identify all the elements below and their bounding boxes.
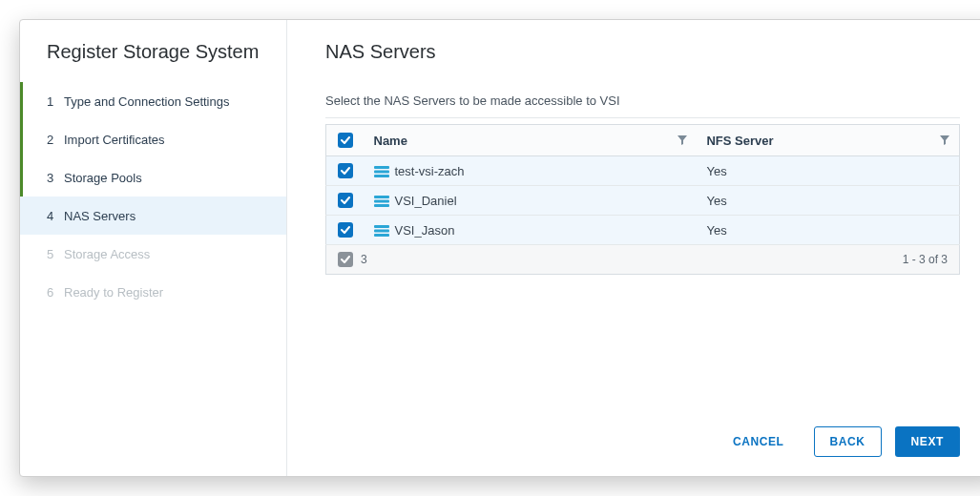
step-label: Ready to Register — [64, 285, 163, 300]
wizard-step-1[interactable]: 1Type and Connection Settings — [20, 82, 286, 120]
column-label-nfs: NFS Server — [706, 134, 773, 148]
table-row[interactable]: VSI_JasonYes — [326, 216, 960, 245]
page-title: NAS Servers — [325, 41, 960, 63]
wizard-steps: 1Type and Connection Settings2Import Cer… — [20, 82, 286, 311]
nas-server-icon — [374, 196, 389, 207]
step-label: Import Certificates — [64, 133, 164, 147]
step-label: NAS Servers — [64, 209, 136, 223]
filter-icon[interactable] — [678, 135, 687, 145]
wizard-main: NAS Servers Select the NAS Servers to be… — [287, 20, 980, 476]
step-label: Storage Pools — [64, 171, 142, 185]
wizard-step-4[interactable]: 4NAS Servers — [20, 197, 286, 235]
step-number: 4 — [47, 209, 64, 223]
next-button[interactable]: NEXT — [895, 426, 960, 457]
selected-count: 3 — [361, 253, 367, 266]
step-number: 6 — [47, 285, 64, 300]
divider — [325, 117, 960, 118]
svg-rect-1 — [374, 171, 389, 174]
table-footer: 3 1 - 3 of 3 — [325, 245, 960, 275]
step-number: 1 — [47, 94, 64, 109]
nas-server-icon — [374, 225, 389, 237]
cell-nfs: Yes — [697, 216, 959, 245]
column-header-name[interactable]: Name — [365, 125, 698, 156]
cell-nfs: Yes — [697, 156, 959, 186]
cell-name: VSI_Daniel — [365, 186, 698, 216]
cell-name: test-vsi-zach — [365, 156, 698, 186]
svg-rect-4 — [374, 200, 389, 203]
filter-icon[interactable] — [940, 135, 949, 145]
svg-rect-6 — [374, 225, 389, 228]
row-checkbox-cell[interactable] — [326, 216, 365, 245]
svg-rect-7 — [374, 230, 389, 233]
wizard-footer-actions: CANCEL BACK NEXT — [325, 426, 960, 457]
cell-nfs: Yes — [697, 186, 959, 216]
step-number: 2 — [47, 133, 64, 147]
wizard-step-6: 6Ready to Register — [20, 273, 286, 311]
wizard-step-5: 5Storage Access — [20, 235, 286, 273]
cancel-button[interactable]: CANCEL — [717, 426, 801, 457]
wizard-title: Register Storage System — [20, 41, 286, 82]
page-description: Select the NAS Servers to be made access… — [325, 93, 960, 108]
svg-rect-8 — [374, 234, 389, 237]
wizard-step-2[interactable]: 2Import Certificates — [20, 120, 286, 158]
step-label: Storage Access — [64, 247, 150, 261]
checkbox-icon — [338, 222, 353, 238]
back-button[interactable]: BACK — [814, 426, 882, 457]
checkbox-icon — [338, 193, 353, 208]
column-label-name: Name — [374, 134, 407, 148]
step-number: 5 — [47, 247, 64, 261]
table-row[interactable]: VSI_DanielYes — [326, 186, 960, 216]
svg-rect-3 — [374, 196, 389, 198]
step-number: 3 — [47, 171, 64, 185]
wizard-dialog: Register Storage System 1Type and Connec… — [19, 19, 980, 477]
cell-name: VSI_Jason — [365, 216, 698, 245]
cell-name-text: VSI_Daniel — [395, 194, 457, 208]
table-body: test-vsi-zachYesVSI_DanielYesVSI_JasonYe… — [326, 156, 960, 245]
row-checkbox-cell[interactable] — [326, 156, 365, 186]
table-row[interactable]: test-vsi-zachYes — [326, 156, 960, 186]
checkbox-icon[interactable] — [338, 252, 353, 267]
cell-name-text: test-vsi-zach — [395, 164, 465, 178]
row-checkbox-cell[interactable] — [326, 186, 365, 216]
cell-name-text: VSI_Jason — [395, 223, 455, 238]
checkbox-icon — [338, 163, 353, 178]
wizard-step-3[interactable]: 3Storage Pools — [20, 158, 286, 197]
svg-rect-2 — [374, 175, 389, 177]
svg-rect-0 — [374, 166, 389, 169]
wizard-sidebar: Register Storage System 1Type and Connec… — [20, 20, 287, 476]
pagination-range: 1 - 3 of 3 — [903, 253, 948, 266]
column-header-nfs[interactable]: NFS Server — [697, 125, 959, 156]
header-select-all[interactable] — [326, 125, 365, 156]
nas-servers-table: Name NFS Server test-vsi-zachYesVSI_Dani… — [325, 124, 960, 245]
step-label: Type and Connection Settings — [64, 94, 229, 109]
checkbox-icon — [338, 133, 353, 148]
nas-server-icon — [374, 166, 389, 177]
svg-rect-5 — [374, 204, 389, 207]
